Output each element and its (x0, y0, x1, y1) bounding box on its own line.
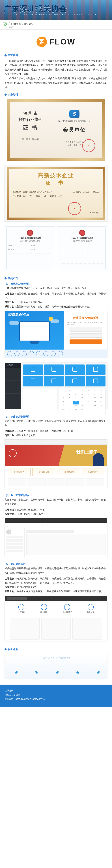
flow-step-dot (36, 671, 38, 674)
dashboard-panel (23, 388, 58, 415)
stat-item[interactable]: 政策法规 (87, 604, 94, 613)
site-subtitle: GUANGDONG SHENZHEN CUSTOMS BROKERS ASSOC… (10, 14, 97, 16)
course-thumb[interactable] (27, 478, 46, 487)
training-card[interactable]: 关务职业认证 (32, 468, 55, 476)
sidebar-item[interactable] (6, 536, 23, 538)
section-products-title: 系列产品 (7, 277, 18, 280)
ss1-right-title: 智通关操作管理系统 (73, 316, 99, 320)
screenshot-training-site: 我们上新了 水平测试报名 关务职业认证 水平测试课程 跨境电商课程 (4, 439, 108, 488)
dashboard-tile[interactable] (44, 376, 64, 386)
search-input[interactable] (7, 524, 43, 527)
product-2-desc: 结合自身行业内多年工作经验，联承行业报考人员需求，搭建专业的报关人员职业培训管理… (0, 419, 112, 429)
training-card[interactable]: 水平测试课程 (57, 468, 80, 476)
screenshot-knowledge-system: 通关知识 海关归类 进出口管理 政策法规 (4, 595, 108, 642)
sidebar-item[interactable] (5, 368, 21, 372)
course-thumb[interactable] (66, 478, 85, 487)
diamond-icon (4, 54, 7, 56)
flow-logo-mark (37, 36, 47, 47)
course-thumb[interactable] (7, 478, 26, 487)
cert2-stamp: ★ (68, 202, 81, 215)
section-quals-head: 企业资质 (0, 92, 112, 98)
ss4-toolbar (5, 523, 107, 528)
dashboard-tile[interactable] (44, 365, 64, 375)
avatar-icon[interactable] (6, 529, 11, 534)
ss1-icon-row (5, 349, 107, 358)
section-products-head: 系列产品 (0, 275, 112, 281)
stat-icon (64, 604, 70, 610)
calendar-widget[interactable]: 日一二三四五六 123456 78910111213 1415161718192… (59, 388, 106, 415)
course-thumb[interactable] (86, 478, 105, 487)
p2-kv-1: 范围对象：报关从业报考人员。 (0, 433, 112, 438)
browser-tab-bar (5, 440, 107, 445)
sidebar-item[interactable] (5, 381, 21, 385)
cert2-title: 高新技术企业 (13, 172, 99, 179)
flow-bg-text: Service process (42, 656, 70, 660)
p3-kv-1: 范围对象：代理报关企业及进出口企业。 (0, 512, 112, 517)
section-quals-title: 企业资质 (7, 93, 18, 96)
login-button[interactable] (70, 339, 102, 344)
feature-icon (50, 351, 55, 356)
product-4-desc: 福关信息知识系统平台是通关知识库、知识整合等领域创新配套报关知识，智能快速查询获… (0, 566, 112, 577)
screenshot-single-window (4, 518, 108, 557)
username-input[interactable] (70, 327, 102, 332)
cert1-stamp: ★ (82, 139, 95, 152)
sidebar-item[interactable] (6, 546, 23, 549)
feature-icon (43, 351, 48, 356)
sidebar-item[interactable] (5, 394, 21, 398)
sidebar-item[interactable] (5, 389, 21, 394)
company-logo: FLOW (0, 32, 112, 52)
knowledge-card[interactable] (72, 618, 102, 640)
sidebar-item[interactable] (5, 376, 21, 381)
sidebar-item[interactable] (5, 385, 21, 389)
password-input[interactable] (70, 333, 102, 338)
footer-contact-name: 联系人：胡明星 (5, 693, 107, 697)
cert2-valid: 发证时间：二○一七年十一月二十一日 有效期：三年 (13, 195, 99, 197)
dashboard-tile[interactable] (86, 365, 106, 375)
dashboard-tile[interactable] (65, 376, 85, 386)
sidebar-item[interactable] (6, 539, 23, 542)
sidebar-item[interactable] (5, 372, 21, 376)
training-card[interactable]: 水平测试报名 (7, 468, 30, 476)
feature-icon (36, 351, 41, 356)
feature-icon (7, 351, 12, 356)
section-flow-head: 服务流程 (0, 646, 112, 652)
cert1-s-logo (69, 110, 80, 118)
stat-item[interactable]: 通关知识 (18, 604, 25, 613)
dashboard-tile[interactable] (65, 365, 85, 375)
dashboard-tile[interactable] (23, 376, 43, 386)
stat-item[interactable]: 进出口管理 (63, 604, 72, 613)
share-icon[interactable]: ↗ (3, 22, 7, 26)
certificate-hitech: 高新技术企业 证 书 企业名称：深圳市福流网络信息科技有限公司 证书编号：GR2… (4, 164, 108, 222)
section-intro-title: 企业简介 (7, 54, 18, 57)
product-3-desc: 聚焦单一窗口数据互联、在线申报平台，企业可进行申报、数据导入、申报、回执反馈等一… (0, 497, 112, 508)
p4-kv-0: 功能模块：知识查询、海关政策、商品归类、海关法规、加工贸易、政策法规、公告通知、… (0, 577, 112, 585)
training-card[interactable]: 跨境电商课程 (82, 468, 105, 476)
dashboard-tile[interactable] (86, 376, 106, 386)
ss2-sidebar-title: 智慧通关 (5, 363, 21, 368)
hero-figure (93, 453, 104, 466)
flow-step-dot (56, 671, 59, 674)
sidebar-item[interactable] (6, 543, 23, 545)
diamond-icon (4, 277, 7, 279)
feature-icon (58, 351, 63, 356)
stat-icon (41, 604, 47, 610)
stat-item[interactable]: 海关归类 (40, 604, 47, 613)
knowledge-card[interactable] (41, 618, 71, 640)
sc-country: 中华人民共和国国家版权局 (7, 237, 52, 240)
ss4-header (5, 518, 107, 523)
cert2-sub: 证 书 (13, 180, 99, 186)
content-title (26, 530, 74, 533)
dashboard-tile[interactable] (23, 365, 43, 375)
sidebar-item[interactable] (6, 550, 23, 552)
flow-step-dot (76, 671, 79, 674)
screenshot-smart-customs-login: 智慧通关操作系统 智通关操作管理系统 SMART CUSTOMS OPERATI… (4, 311, 108, 358)
product-3-num: （3）单一窗口互联平台 (0, 493, 112, 497)
certificate-membership: 深 圳 市 软件行业协会 证 书 证书编号：M-0040 深圳市福流网络信息科技… (7, 99, 105, 161)
p1-kv-1: 范围对象：代理报关企业及进出口企业。 (0, 300, 112, 305)
footer-contact-phone: 联系电话：0755-26819987 18025455616 (5, 697, 107, 702)
course-thumb[interactable] (47, 478, 65, 487)
knowledge-card[interactable] (10, 618, 40, 640)
cert2-number: 证书编号：GR201744200295 (73, 190, 99, 193)
soft-cert-1: 中华人民共和国国家版权局 计算机软件著作权登记证书 软件名称版本号著作权人登记号 (5, 226, 55, 271)
feature-icon (15, 351, 20, 356)
